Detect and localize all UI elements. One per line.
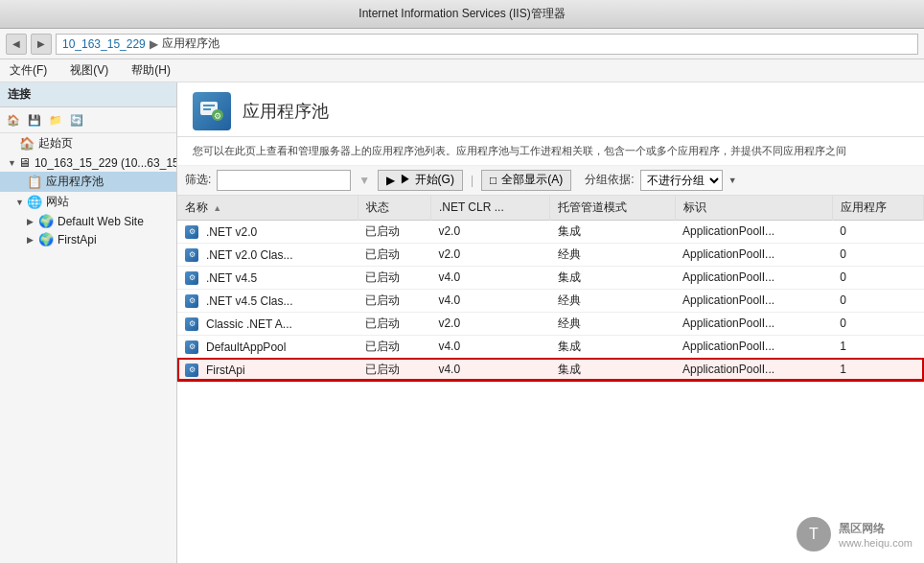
filter-bar: 筛选: ▼ ▶ ▶ 开始(G) | □ 全部显示(A) 分组依据: 不进行分组 … (177, 166, 924, 196)
server-icon: 🖥 (18, 155, 31, 170)
pool-icon: ⚙ (185, 225, 198, 239)
sidebar-firstapi-label: FirstApi (58, 233, 97, 246)
sidebar-item-home[interactable]: 🏠 起始页 (0, 133, 176, 153)
sidebar-item-firstapi[interactable]: ▶ 🌍 FirstApi (0, 230, 176, 248)
cell-clr: v2.0 (430, 220, 549, 243)
cell-pipeline: 集成 (550, 358, 675, 381)
expand-icon-firstapi: ▶ (27, 235, 36, 245)
table-row[interactable]: ⚙.NET v4.5已启动v4.0集成ApplicationPoolI...0 (177, 266, 924, 289)
sidebar-refresh-icon[interactable]: 🔄 (67, 110, 86, 129)
filter-input[interactable] (217, 170, 351, 191)
table-row[interactable]: ⚙FirstApi已启动v4.0集成ApplicationPoolI...1 (177, 358, 924, 381)
col-name[interactable]: 名称 ▲ (177, 196, 358, 221)
svg-text:⚙: ⚙ (214, 111, 221, 121)
cell-identity: ApplicationPoolI... (675, 358, 832, 381)
sidebar-sites-label: 网站 (46, 194, 69, 210)
cell-status: 已启动 (358, 243, 430, 266)
col-apps[interactable]: 应用程序 (832, 196, 923, 221)
table-row[interactable]: ⚙.NET v2.0已启动v2.0集成ApplicationPoolI...0 (177, 220, 924, 243)
cell-pipeline: 集成 (550, 335, 675, 358)
content-header-icon: ⚙ (193, 92, 231, 130)
col-clr[interactable]: .NET CLR ... (430, 196, 549, 221)
sidebar-toolbar: 🏠 💾 📁 🔄 (0, 107, 176, 133)
cell-clr: v4.0 (430, 289, 549, 312)
menu-file[interactable]: 文件(F) (6, 60, 51, 81)
menu-view[interactable]: 视图(V) (66, 60, 112, 81)
cell-identity: ApplicationPoolI... (675, 289, 832, 312)
cell-identity: ApplicationPoolI... (675, 312, 832, 335)
cell-name: ⚙.NET v4.5 (177, 266, 358, 289)
breadcrumb-server: 10_163_15_229 (62, 37, 146, 51)
cell-name: ⚙DefaultAppPool (177, 335, 358, 358)
cell-name: ⚙FirstApi (177, 358, 358, 381)
cell-pipeline: 集成 (550, 266, 675, 289)
table-row[interactable]: ⚙.NET v4.5 Clas...已启动v4.0经典ApplicationPo… (177, 289, 924, 312)
pool-icon: ⚙ (185, 248, 198, 262)
cell-status: 已启动 (358, 266, 430, 289)
cell-apps: 1 (832, 358, 923, 381)
table-row[interactable]: ⚙Classic .NET A...已启动v2.0经典ApplicationPo… (177, 312, 924, 335)
cell-clr: v2.0 (430, 312, 549, 335)
pool-icon: ⚙ (185, 340, 198, 354)
watermark-logo: T (797, 517, 831, 551)
filter-label: 筛选: (185, 172, 211, 188)
cell-apps: 0 (832, 312, 923, 335)
sidebar-dws-label: Default Web Site (58, 215, 144, 228)
watermark-line1: 黑区网络 (839, 521, 912, 537)
showall-icon: □ (490, 174, 497, 187)
table-row[interactable]: ⚙.NET v2.0 Clas...已启动v2.0经典ApplicationPo… (177, 243, 924, 266)
breadcrumb-sep: ▶ (150, 37, 158, 51)
cell-pipeline: 集成 (550, 220, 675, 243)
pool-icon: ⚙ (185, 271, 198, 285)
col-status[interactable]: 状态 (358, 196, 430, 221)
cell-status: 已启动 (358, 358, 430, 381)
col-pipeline[interactable]: 托管管道模式 (550, 196, 675, 221)
website-icon: 🌍 (38, 214, 54, 228)
start-icon: ▶ (386, 174, 395, 187)
filter-start-button[interactable]: ▶ ▶ 开始(G) (378, 170, 463, 191)
menu-help[interactable]: 帮助(H) (127, 60, 174, 81)
cell-identity: ApplicationPoolI... (675, 266, 832, 289)
sites-icon: 🌐 (27, 195, 42, 209)
title-text: Internet Information Services (IIS)管理器 (358, 6, 565, 22)
table-container: 名称 ▲ 状态 .NET CLR ... 托管管道模式 标识 应用程序 ⚙.NE… (177, 196, 924, 564)
cell-clr: v4.0 (430, 335, 549, 358)
cell-name: ⚙.NET v2.0 Clas... (177, 243, 358, 266)
firstapi-icon: 🌍 (38, 232, 54, 246)
cell-status: 已启动 (358, 289, 430, 312)
forward-button[interactable]: ▶ (31, 34, 52, 55)
table-row[interactable]: ⚙DefaultAppPool已启动v4.0集成ApplicationPoolI… (177, 335, 924, 358)
content-area: ⚙ 应用程序池 您可以在此页上查看和管理服务器上的应用程序池列表。应用程序池与工… (177, 82, 924, 563)
cell-pipeline: 经典 (550, 312, 675, 335)
cell-pipeline: 经典 (550, 243, 675, 266)
filter-showall-button[interactable]: □ 全部显示(A) (481, 170, 571, 191)
pool-icon: ⚙ (185, 317, 198, 331)
sidebar-item-sites[interactable]: ▼ 🌐 网站 (0, 192, 176, 212)
sidebar-item-server[interactable]: ▼ 🖥 10_163_15_229 (10...63_15... (0, 153, 176, 172)
sidebar-item-defaultwebsite[interactable]: ▶ 🌍 Default Web Site (0, 212, 176, 230)
svg-rect-2 (203, 108, 211, 110)
cell-apps: 0 (832, 289, 923, 312)
title-bar: Internet Information Services (IIS)管理器 (0, 0, 924, 29)
watermark-line2: www.heiqu.com (839, 537, 912, 549)
group-select[interactable]: 不进行分组 (640, 170, 723, 191)
col-identity[interactable]: 标识 (675, 196, 832, 221)
apppool-icon: 📋 (27, 175, 42, 189)
pool-icon: ⚙ (185, 364, 198, 377)
sidebar-server-label: 10_163_15_229 (10...63_15... (35, 156, 177, 170)
sidebar-folder-icon[interactable]: 📁 (46, 110, 65, 129)
watermark-text: 黑区网络 www.heiqu.com (839, 521, 912, 549)
cell-clr: v4.0 (430, 266, 549, 289)
watermark: T 黑区网络 www.heiqu.com (797, 517, 912, 551)
filter-sep2: | (471, 174, 474, 187)
svg-rect-1 (203, 105, 215, 106)
group-label: 分组依据: (585, 172, 634, 188)
sidebar-save-icon[interactable]: 💾 (25, 110, 44, 129)
back-button[interactable]: ◀ (6, 34, 27, 55)
sidebar: 连接 🏠 💾 📁 🔄 🏠 起始页 ▼ 🖥 10_163_15_229 (10..… (0, 82, 177, 563)
sidebar-home-icon[interactable]: 🏠 (4, 110, 23, 129)
group-dropdown-icon: ▼ (728, 176, 737, 185)
expand-icon-dws: ▶ (27, 217, 36, 226)
main-layout: 连接 🏠 💾 📁 🔄 🏠 起始页 ▼ 🖥 10_163_15_229 (10..… (0, 82, 924, 563)
sidebar-item-apppool[interactable]: 📋 应用程序池 (0, 172, 176, 192)
